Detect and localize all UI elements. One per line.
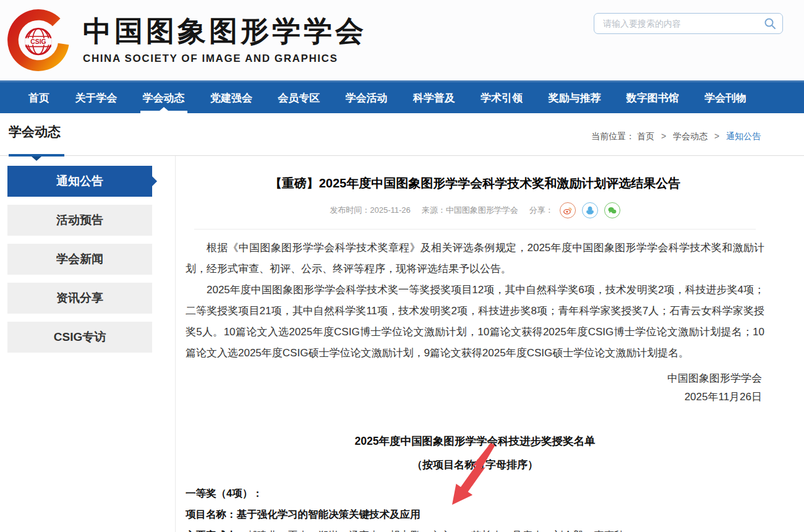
award-tier-heading: 一等奖（4项）： xyxy=(186,483,764,504)
sidebar: 通知公告 活动预告 学会新闻 资讯分享 CSIG专访 xyxy=(7,166,152,532)
nav-item-awards[interactable]: 奖励与推荐 xyxy=(548,82,601,113)
sidebar-item-label: 学会新闻 xyxy=(56,251,103,267)
meta-divider xyxy=(194,229,756,230)
source-value: 中国图象图形学学会 xyxy=(446,205,518,215)
nav-item-party-building[interactable]: 党建强会 xyxy=(210,82,252,113)
paragraph-1: 根据《中国图象图形学学会科学技术奖章程》及相关评选条例规定，2025年度中国图象… xyxy=(186,238,764,280)
publish-time: 发布时间：2025-11-26 xyxy=(330,205,411,216)
sidebar-item-event-previews[interactable]: 活动预告 xyxy=(7,205,152,236)
article-body: 根据《中国图象图形学学会科学技术奖章程》及相关评选条例规定，2025年度中国图象… xyxy=(186,238,764,364)
publish-label: 发布时间： xyxy=(330,205,370,215)
paragraph-2: 2025年度中国图象图形学学会科学技术奖一等奖授奖项目12项，其中自然科学奖6项… xyxy=(186,280,764,364)
breadcrumb: 当前位置： 首页 > 学会动态 > 通知公告 xyxy=(591,131,761,142)
weibo-share-icon[interactable] xyxy=(560,202,576,218)
breadcrumb-separator: > xyxy=(661,131,666,141)
wechat-share-icon[interactable] xyxy=(604,202,620,218)
nav-item-about[interactable]: 关于学会 xyxy=(75,82,117,113)
breadcrumb-home[interactable]: 首页 xyxy=(637,131,654,141)
sidebar-item-notices[interactable]: 通知公告 xyxy=(7,166,152,197)
article: 【重磅】2025年度中国图象图形学学会科学技术奖和激励计划评选结果公告 发布时间… xyxy=(186,166,764,532)
org-name-en: CHINA SOCIETY OF IMAGE AND GRAPHICS xyxy=(83,53,367,65)
csig-logo: CSIG xyxy=(6,8,71,72)
nav-item-digital-library[interactable]: 数字图书馆 xyxy=(627,82,679,113)
search-box xyxy=(594,13,783,34)
main-nav: 首页 关于学会 学会动态 党建强会 会员专区 学会活动 科学普及 学术引领 奖励… xyxy=(0,80,804,113)
signature-org: 中国图象图形学学会 xyxy=(186,369,762,388)
main-contributors-line: 主要完成人：郝建业、王杰、郑岩、汤宏垚、胡志鹏、文永 、范长杰、吕唐杰、刘金毅、… xyxy=(186,525,764,532)
article-meta: 发布时间：2025-11-26 来源：中国图象图形学学会 分享： xyxy=(186,202,764,218)
nav-item-society-news[interactable]: 学会动态 xyxy=(143,82,185,113)
search-input[interactable] xyxy=(594,13,783,34)
sidebar-item-label: 资讯分享 xyxy=(56,290,103,306)
nav-item-science-popularization[interactable]: 科学普及 xyxy=(413,82,455,113)
share-label: 分享： xyxy=(529,205,554,216)
sidebar-item-label: 活动预告 xyxy=(56,212,103,228)
nav-item-academic-leading[interactable]: 学术引领 xyxy=(481,82,523,113)
nav-item-home[interactable]: 首页 xyxy=(28,82,49,113)
column-divider xyxy=(175,156,176,532)
source: 来源：中国图象图形学学会 xyxy=(422,205,518,216)
page-title: 学会动态 xyxy=(9,123,61,140)
source-label: 来源： xyxy=(422,205,446,215)
breadcrumb-notices[interactable]: 通知公告 xyxy=(726,131,761,141)
org-name-zh: 中国图象图形学学会 xyxy=(83,15,367,47)
breadcrumb-label: 当前位置： xyxy=(591,131,635,141)
nav-item-publications[interactable]: 学会刊物 xyxy=(704,82,746,113)
sidebar-item-label: 通知公告 xyxy=(56,173,103,189)
main-contributors-label: 主要完成人： xyxy=(186,530,247,532)
publish-date: 2025-11-26 xyxy=(370,205,411,215)
sidebar-item-label: CSIG专访 xyxy=(54,329,106,345)
sidebar-item-society-news[interactable]: 学会新闻 xyxy=(7,244,152,275)
signature-date: 2025年11月26日 xyxy=(186,388,762,406)
site-header: CSIG 中国图象图形学学会 CHINA SOCIETY OF IMAGE AN… xyxy=(0,0,804,80)
award-list-subtitle: （按项目名称首字母排序） xyxy=(186,458,764,472)
section-bar: 学会动态 当前位置： 首页 > 学会动态 > 通知公告 xyxy=(0,113,804,156)
qq-share-icon[interactable] xyxy=(582,202,598,218)
sidebar-item-csig-interviews[interactable]: CSIG专访 xyxy=(7,322,152,353)
nav-item-member-zone[interactable]: 会员专区 xyxy=(278,82,320,113)
project-name-value: 基于强化学习的智能决策关键技术及应用 xyxy=(237,508,421,520)
project-name-label: 项目名称： xyxy=(186,508,237,520)
nav-item-activities[interactable]: 学会活动 xyxy=(345,82,387,113)
org-names: 中国图象图形学学会 CHINA SOCIETY OF IMAGE AND GRA… xyxy=(83,15,367,65)
main-contributors-value: 郝建业、王杰、郑岩、汤宏垚、胡志鹏、文永 、范长杰、吕唐杰、刘金毅、李克秋 xyxy=(247,530,625,532)
sidebar-item-info-sharing[interactable]: 资讯分享 xyxy=(7,283,152,314)
main-area: 通知公告 活动预告 学会新闻 资讯分享 CSIG专访 【重磅】2025年度中国图… xyxy=(0,156,804,532)
breadcrumb-separator: > xyxy=(714,131,719,141)
breadcrumb-society-news[interactable]: 学会动态 xyxy=(673,131,708,141)
project-name-line: 项目名称：基于强化学习的智能决策关键技术及应用 xyxy=(186,504,764,525)
award-list-title: 2025年度中国图象图形学学会科技进步奖授奖名单 xyxy=(186,434,764,448)
article-title: 【重磅】2025年度中国图象图形学学会科学技术奖和激励计划评选结果公告 xyxy=(186,175,764,192)
search-icon[interactable] xyxy=(764,17,776,30)
logo-csig-text: CSIG xyxy=(30,38,46,45)
article-signature: 中国图象图形学学会 2025年11月26日 xyxy=(186,369,764,406)
